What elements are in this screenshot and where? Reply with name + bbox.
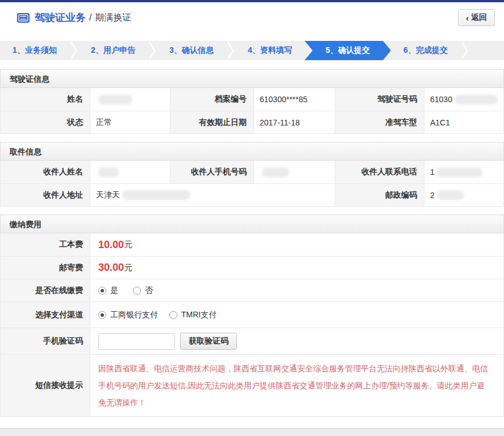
field-label-postal-code: 邮政编码	[335, 183, 424, 206]
radio-label-yes: 是	[110, 286, 118, 296]
pickup-info-table: 收件人姓名 收件人手机号码 收件人联系电话 1 收件人地址 天津天 邮政编码 2	[0, 161, 504, 207]
card-fee-amount: 10.00	[98, 239, 124, 251]
field-label-license-number: 驾驶证号码	[335, 88, 424, 111]
field-value-recipient-phone: 1	[424, 161, 503, 183]
online-pay-options: 是 否	[90, 279, 503, 301]
field-label-pay-channel: 选择支付渠道	[1, 301, 90, 328]
field-label-status: 状态	[1, 111, 90, 133]
page-header: 驾驶证业务 / 期满换证 ‹ 返回	[0, 2, 504, 33]
field-label-name: 姓名	[1, 88, 90, 111]
field-label-recipient-address: 收件人地址	[1, 183, 90, 206]
radio-checked-icon[interactable]	[98, 311, 106, 319]
redacted-value	[437, 190, 464, 200]
step-separator-icon	[69, 41, 78, 60]
field-label-sms-code: 手机验证码	[1, 328, 90, 354]
step-3-confirm-info[interactable]: 3、确认信息	[157, 41, 226, 60]
breadcrumb-separator: /	[89, 12, 91, 23]
field-label-vehicle-class: 准驾车型	[335, 111, 424, 133]
field-label-postage-fee: 邮寄费	[1, 256, 90, 279]
radio-option-tmri[interactable]: TMRI支付	[169, 310, 216, 320]
radio-option-no[interactable]: 否	[133, 286, 153, 296]
field-value-postal-code: 2	[424, 183, 503, 206]
field-value-card-fee: 10.00元	[90, 233, 503, 256]
radio-option-yes[interactable]: 是	[98, 286, 118, 296]
back-button[interactable]: ‹ 返回	[458, 9, 495, 26]
field-value-recipient-address: 天津天	[90, 183, 335, 206]
page-title: 驾驶证业务	[35, 11, 86, 24]
step-4-fill-data[interactable]: 4、资料填写	[235, 41, 305, 60]
payment-section: 缴纳费用 工本费 10.00元 邮寄费 30.00元 是否在线缴费 是 否 选择…	[0, 215, 504, 417]
get-sms-code-button[interactable]: 获取验证码	[180, 333, 237, 350]
step-separator-icon	[460, 41, 469, 60]
field-label-recipient-name: 收件人姓名	[1, 161, 90, 183]
field-value-recipient-mobile	[253, 161, 335, 183]
radio-label-icbc: 工商银行支付	[110, 310, 158, 320]
radio-option-icbc[interactable]: 工商银行支付	[98, 310, 158, 320]
step-progress-bar: 1、业务须知 2、用户申告 3、确认信息 4、资料填写 5、确认提交 6、完成提…	[0, 41, 504, 60]
page-footer-strip	[0, 428, 504, 436]
field-label-online-pay: 是否在线缴费	[1, 279, 90, 301]
field-value-expiry-date: 2017-11-18	[253, 111, 335, 133]
field-label-recipient-mobile: 收件人手机号码	[170, 161, 253, 183]
radio-unchecked-icon[interactable]	[169, 311, 177, 319]
pickup-info-section: 取件信息 收件人姓名 收件人手机号码 收件人联系电话 1 收件人地址 天津天 邮…	[0, 142, 504, 207]
field-label-expiry-date: 有效期止日期	[170, 111, 253, 133]
redacted-value	[455, 95, 498, 104]
step-5-confirm-submit-active[interactable]: 5、确认提交	[305, 41, 391, 60]
pay-channel-options: 工商银行支付 TMRI支付	[90, 301, 503, 328]
redacted-value	[262, 167, 289, 177]
field-label-card-fee: 工本费	[1, 233, 90, 256]
license-info-section: 驾驶证信息 姓名 档案编号 610300****85 驾驶证号码 61030 状…	[0, 69, 504, 134]
chevron-left-icon: ‹	[466, 13, 469, 23]
sms-tip-text: 因陕西省联通、电信运营商技术问题，陕西省互联网交通安全综合服务管理平台无法向持陕…	[98, 360, 492, 411]
step-separator-icon	[226, 41, 235, 60]
radio-unchecked-icon[interactable]	[133, 287, 141, 295]
field-value-recipient-name	[90, 161, 170, 183]
sms-code-row: 获取验证码	[90, 328, 503, 354]
field-label-file-number: 档案编号	[170, 88, 253, 111]
sms-tip-cell: 因陕西省联通、电信运营商技术问题，陕西省互联网交通安全综合服务管理平台无法向持陕…	[90, 354, 503, 416]
license-info-section-title: 驾驶证信息	[0, 69, 504, 88]
license-info-table: 姓名 档案编号 610300****85 驾驶证号码 61030 状态 正常 有…	[0, 88, 504, 134]
field-value-postage-fee: 30.00元	[90, 256, 503, 279]
page-subtitle: 期满换证	[95, 12, 131, 24]
payment-table: 工本费 10.00元 邮寄费 30.00元 是否在线缴费 是 否 选择支付渠道	[0, 233, 504, 417]
steps-filler	[469, 41, 504, 60]
document-list-icon	[17, 13, 30, 23]
back-button-label: 返回	[471, 12, 487, 23]
redacted-value	[437, 167, 482, 177]
step-6-complete-submit[interactable]: 6、完成提交	[391, 41, 460, 60]
payment-section-title: 缴纳费用	[0, 215, 504, 233]
postage-fee-amount: 30.00	[98, 262, 124, 274]
field-value-license-number: 61030	[424, 88, 503, 111]
sms-code-input[interactable]	[98, 333, 175, 350]
step-1-business-notice[interactable]: 1、业务须知	[0, 41, 69, 60]
card-fee-unit: 元	[124, 240, 132, 250]
pickup-info-section-title: 取件信息	[0, 142, 504, 161]
radio-checked-icon[interactable]	[98, 287, 106, 295]
field-value-vehicle-class: A1C1	[424, 111, 503, 133]
radio-label-tmri: TMRI支付	[181, 310, 216, 320]
postage-fee-unit: 元	[124, 263, 132, 273]
field-value-name	[90, 88, 170, 111]
step-2-user-declaration[interactable]: 2、用户申告	[78, 41, 148, 60]
redacted-value	[98, 167, 119, 177]
field-value-status: 正常	[90, 111, 170, 133]
field-label-recipient-phone: 收件人联系电话	[335, 161, 424, 183]
redacted-value	[122, 190, 190, 200]
field-value-file-number: 610300****85	[253, 88, 335, 111]
radio-label-no: 否	[145, 286, 153, 296]
field-label-sms-tip: 短信接收提示	[1, 354, 90, 416]
step-separator-icon	[148, 41, 157, 60]
redacted-value	[98, 95, 132, 104]
